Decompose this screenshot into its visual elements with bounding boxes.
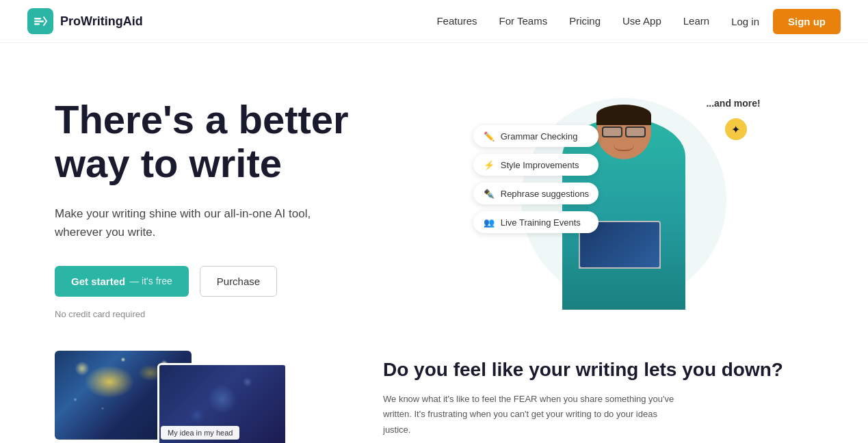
nav-learn[interactable]: Learn: [683, 15, 709, 27]
pill-rephrase: ✒️ Rephrase suggestions: [473, 183, 599, 204]
training-icon: 👥: [483, 216, 495, 228]
idea-label: My idea in my head: [161, 426, 239, 440]
svg-rect-0: [34, 21, 44, 23]
person-head: [596, 105, 651, 159]
nav-use-app[interactable]: Use App: [622, 15, 661, 27]
logo-link[interactable]: ProWritingAid: [27, 8, 143, 34]
purchase-button[interactable]: Purchase: [200, 266, 277, 297]
grammar-icon: ✏️: [483, 130, 495, 142]
login-button[interactable]: Log in: [731, 16, 759, 27]
brand-name: ProWritingAid: [60, 14, 143, 29]
section2-left: My idea in my head: [55, 351, 328, 443]
nav-features[interactable]: Features: [436, 15, 477, 27]
svg-rect-2: [34, 23, 40, 25]
and-more-text: ...and more!: [706, 98, 760, 109]
hero-title: There's a better way to write: [55, 98, 434, 185]
nav-pricing[interactable]: Pricing: [569, 15, 601, 27]
hero-right: ✏️ Grammar Checking ⚡ Style Improvements…: [434, 84, 814, 323]
image-stack: My idea in my head: [55, 351, 301, 443]
logo-icon: [27, 8, 53, 34]
signup-button[interactable]: Sign up: [773, 9, 841, 34]
nav-links: Features For Teams Pricing Use App Learn: [436, 15, 709, 27]
get-started-button[interactable]: Get started — it's free: [55, 266, 189, 297]
pill-grammar: ✏️ Grammar Checking: [473, 125, 599, 147]
hero-illustration: ✏️ Grammar Checking ⚡ Style Improvements…: [480, 84, 767, 310]
nav-right: Log in Sign up: [731, 9, 841, 34]
section2: My idea in my head Do you feel like your…: [0, 351, 868, 443]
star-badge: ✦: [725, 118, 747, 140]
section2-title: Do you feel like your writing lets you d…: [383, 358, 813, 382]
section2-right: Do you feel like your writing lets you d…: [328, 351, 813, 438]
hero-left: There's a better way to write Make your …: [55, 84, 434, 319]
feature-pills: ✏️ Grammar Checking ⚡ Style Improvements…: [473, 125, 599, 233]
section2-text: We know what it's like to feel the FEAR …: [383, 392, 684, 437]
nav-for-teams[interactable]: For Teams: [499, 15, 548, 27]
svg-rect-1: [34, 18, 41, 20]
pill-style: ⚡ Style Improvements: [473, 154, 599, 176]
pill-training: 👥 Live Training Events: [473, 211, 599, 233]
hero-subtitle: Make your writing shine with our all-in-…: [55, 204, 315, 241]
hero-section: There's a better way to write Make your …: [0, 43, 868, 351]
style-icon: ⚡: [483, 159, 495, 171]
hero-buttons: Get started — it's free Purchase: [55, 266, 434, 297]
navbar: ProWritingAid Features For Teams Pricing…: [0, 0, 868, 43]
no-credit-text: No credit card required: [55, 309, 434, 319]
rephrase-icon: ✒️: [483, 187, 495, 200]
